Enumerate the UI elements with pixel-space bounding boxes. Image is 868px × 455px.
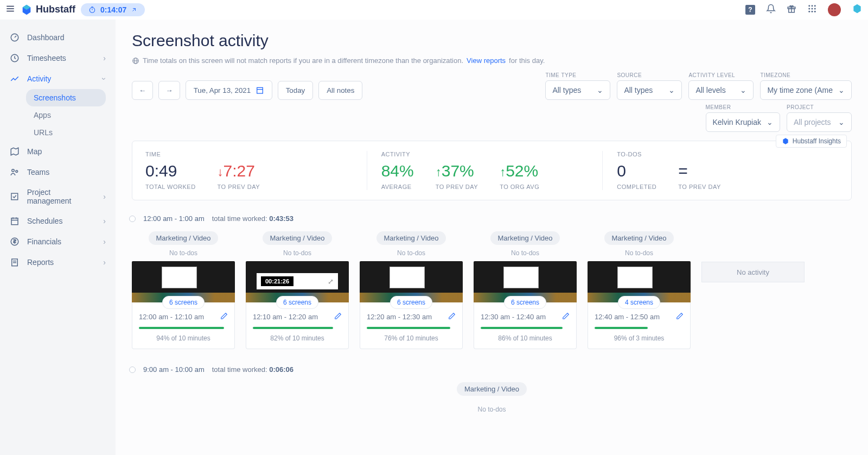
calendar-icon xyxy=(256,86,264,94)
screens-count-badge[interactable]: 6 screens xyxy=(390,296,432,309)
date-picker[interactable]: Tue, Apr 13, 2021 xyxy=(186,80,272,100)
timer-widget[interactable]: 0:14:07 xyxy=(81,3,145,16)
svg-point-15 xyxy=(814,8,816,10)
next-day-button[interactable]: → xyxy=(158,81,180,100)
screens-count-badge[interactable]: 4 screens xyxy=(618,296,660,309)
sidebar-label: Project management xyxy=(27,188,96,205)
edit-icon[interactable] xyxy=(220,312,228,321)
stat-total-worked: 0:49 xyxy=(145,162,196,180)
sidebar-item-schedules[interactable]: Schedules › xyxy=(0,211,116,231)
svg-point-10 xyxy=(808,5,810,7)
activity-percent-label: 96% of 3 minutes xyxy=(595,334,684,342)
project-tag[interactable]: Marketing / Video xyxy=(263,231,333,245)
sidebar-label: Dashboard xyxy=(27,33,65,42)
svg-point-22 xyxy=(12,169,15,172)
edit-icon[interactable] xyxy=(562,312,570,321)
shot-time-range: 12:40 am - 12:50 am xyxy=(595,313,660,321)
chevron-down-icon: ⌄ xyxy=(838,118,845,127)
hubstaff-badge-icon[interactable] xyxy=(852,3,863,16)
date-value: Tue, Apr 13, 2021 xyxy=(194,86,251,94)
sidebar-label: Timesheets xyxy=(27,54,66,62)
menu-icon[interactable] xyxy=(5,4,15,15)
brand-logo[interactable]: Hubstaff xyxy=(21,4,75,16)
edit-icon[interactable] xyxy=(334,312,342,321)
screenshot-card: Marketing / Video No to-dos 6 screens 12… xyxy=(474,231,577,349)
brand-text: Hubstaff xyxy=(36,4,75,15)
main-content: Screenshot activity Time totals on this … xyxy=(116,20,868,455)
prev-day-button[interactable]: ← xyxy=(132,81,153,100)
filter-label: MEMBER xyxy=(706,104,781,110)
project-select[interactable]: All projects⌄ xyxy=(787,112,852,132)
insights-badge[interactable]: Hubstaff Insights xyxy=(776,135,847,148)
sidebar-item-project-management[interactable]: Project management › xyxy=(0,182,116,211)
filter-label: PROJECT xyxy=(787,104,852,110)
stat-header: TO-DOS xyxy=(617,151,656,157)
chevron-down-icon: ⌄ xyxy=(668,86,675,94)
svg-marker-21 xyxy=(11,148,18,155)
time-range: 9:00 am - 10:00 am xyxy=(143,365,205,374)
stopwatch-icon xyxy=(88,6,96,14)
svg-point-3 xyxy=(90,7,94,12)
view-reports-link[interactable]: View reports xyxy=(467,56,506,65)
stats-summary: Hubstaff Insights TIME 0:49 TOTAL WORKED… xyxy=(132,141,852,200)
sidebar-label: Reports xyxy=(27,258,54,267)
edit-icon[interactable] xyxy=(448,312,456,321)
sidebar-item-timesheets[interactable]: Timesheets › xyxy=(0,48,116,68)
screenshot-card: Marketing / Video No to-dos 00:21:26 ⤢ 6… xyxy=(246,231,349,349)
apps-grid-icon[interactable] xyxy=(807,4,817,15)
chevron-right-icon: › xyxy=(103,54,106,62)
sidebar: Dashboard Timesheets › Activity › Screen… xyxy=(0,20,116,455)
sidebar-label: Map xyxy=(27,147,42,156)
activity-level-select[interactable]: All levels⌄ xyxy=(688,80,754,100)
chevron-down-icon: ⌄ xyxy=(767,118,773,127)
project-tag[interactable]: Marketing / Video xyxy=(457,382,527,396)
gift-icon[interactable] xyxy=(787,4,796,15)
all-notes-button[interactable]: All notes xyxy=(318,81,362,100)
project-tag[interactable]: Marketing / Video xyxy=(490,231,560,245)
screens-count-badge[interactable]: 6 screens xyxy=(504,296,546,309)
screens-count-badge[interactable]: 6 screens xyxy=(276,296,318,309)
stat-header: TIME xyxy=(145,151,196,157)
stat-todos-prev: = xyxy=(678,162,720,180)
time-type-select[interactable]: All types⌄ xyxy=(545,80,610,100)
help-icon[interactable]: ? xyxy=(745,5,755,15)
avatar[interactable] xyxy=(828,3,841,16)
sidebar-item-map[interactable]: Map xyxy=(0,141,116,162)
sidebar-item-dashboard[interactable]: Dashboard xyxy=(0,27,116,48)
project-tag[interactable]: Marketing / Video xyxy=(604,231,674,245)
bell-icon[interactable] xyxy=(766,4,776,15)
chevron-right-icon: › xyxy=(103,192,106,201)
stat-time-prev: ↓7:27 xyxy=(218,162,260,180)
sidebar-subitem-apps[interactable]: Apps xyxy=(26,106,106,124)
stat-todos-completed: 0 xyxy=(617,162,656,180)
svg-point-17 xyxy=(812,11,813,12)
chevron-down-icon: ⌄ xyxy=(740,86,746,94)
sidebar-item-activity[interactable]: Activity › xyxy=(0,68,116,89)
shot-time-range: 12:20 am - 12:30 am xyxy=(367,313,432,321)
screens-count-badge[interactable]: 6 screens xyxy=(162,296,205,309)
filter-label: ACTIVITY LEVEL xyxy=(688,72,754,78)
sidebar-item-reports[interactable]: Reports › xyxy=(0,252,116,273)
svg-point-13 xyxy=(808,8,810,10)
time-range: 12:00 am - 1:00 am xyxy=(143,214,205,223)
sidebar-label: Schedules xyxy=(27,217,62,225)
stat-activity-org: ↑52% xyxy=(500,162,539,180)
timezone-note: Time totals on this screen will not matc… xyxy=(132,56,852,65)
edit-icon[interactable] xyxy=(676,312,684,321)
timezone-select[interactable]: My time zone (Ame⌄ xyxy=(760,80,852,100)
project-tag[interactable]: Marketing / Video xyxy=(149,231,219,245)
screenshots-row: Marketing / Video No to-dos 6 screens 12… xyxy=(132,231,852,349)
member-select[interactable]: Kelvin Krupiak⌄ xyxy=(706,112,781,132)
sidebar-item-teams[interactable]: Teams xyxy=(0,162,116,182)
page-title: Screenshot activity xyxy=(132,31,852,50)
activity-percent-label: 76% of 10 minutes xyxy=(367,334,456,342)
screenshot-card: Marketing / Video No to-dos 4 screens 12… xyxy=(588,231,691,349)
svg-rect-36 xyxy=(257,87,263,93)
sidebar-item-financials[interactable]: Financials › xyxy=(0,231,116,252)
sidebar-subitem-urls[interactable]: URLs xyxy=(26,124,106,141)
today-button[interactable]: Today xyxy=(278,81,314,100)
project-tag[interactable]: Marketing / Video xyxy=(376,231,446,245)
sidebar-subitem-screenshots[interactable]: Screenshots xyxy=(26,89,106,106)
shot-time-range: 12:10 am - 12:20 am xyxy=(253,313,318,321)
source-select[interactable]: All types⌄ xyxy=(617,80,682,100)
